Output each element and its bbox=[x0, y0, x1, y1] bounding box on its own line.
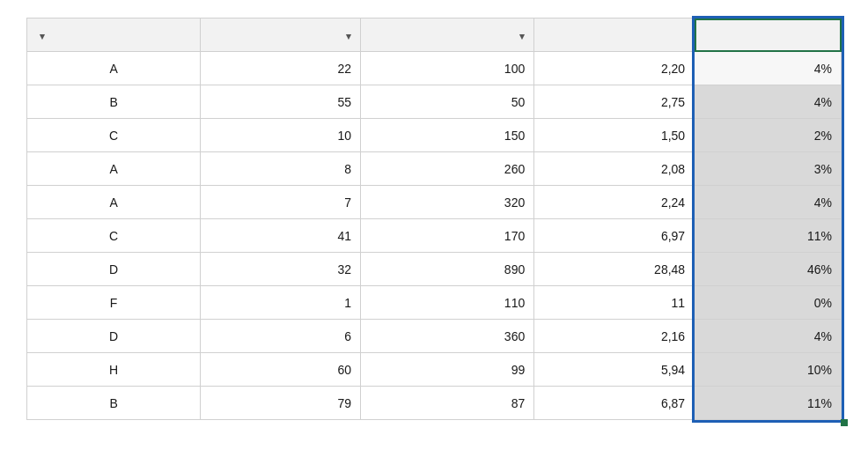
cell-unitprice[interactable]: 99 bbox=[361, 353, 534, 387]
cell-pctsales[interactable]: 4% bbox=[695, 85, 842, 119]
cell-unitprice[interactable]: 150 bbox=[361, 119, 534, 152]
cell-quantity[interactable]: 60 bbox=[201, 353, 361, 387]
table-row: B79876,8711% bbox=[27, 387, 842, 420]
cell-unitprice[interactable]: 110 bbox=[361, 286, 534, 320]
cell-sales[interactable]: 2,75 bbox=[534, 85, 695, 119]
cell-unitprice[interactable]: 320 bbox=[361, 186, 534, 219]
cell-sales[interactable]: 2,16 bbox=[534, 320, 695, 353]
cell-unitprice[interactable]: 100 bbox=[361, 52, 534, 85]
cell-pctsales[interactable]: 4% bbox=[695, 186, 842, 219]
col-header-quantity[interactable]: ▾ bbox=[201, 18, 361, 52]
filter-arrow-unitprice[interactable]: ▾ bbox=[519, 31, 525, 42]
col-header-sales bbox=[534, 18, 695, 52]
table-row: A82602,083% bbox=[27, 152, 842, 186]
cell-pctsales[interactable]: 4% bbox=[695, 52, 842, 85]
col-header-pctsales[interactable] bbox=[695, 18, 842, 52]
cell-unitprice[interactable]: 50 bbox=[361, 85, 534, 119]
cell-quantity[interactable]: 8 bbox=[201, 152, 361, 186]
table-row: C411706,9711% bbox=[27, 219, 842, 253]
table-row: A73202,244% bbox=[27, 186, 842, 219]
cell-sales[interactable]: 2,24 bbox=[534, 186, 695, 219]
cell-pctsales[interactable]: 46% bbox=[695, 253, 842, 286]
cell-products[interactable]: A bbox=[27, 152, 201, 186]
cell-products[interactable]: A bbox=[27, 52, 201, 85]
spreadsheet: ▾ ▾ ▾ bbox=[0, 0, 868, 472]
col-header-unitprice[interactable]: ▾ bbox=[361, 18, 534, 52]
cell-products[interactable]: D bbox=[27, 253, 201, 286]
table-row: C101501,502% bbox=[27, 119, 842, 152]
table-row: D63602,164% bbox=[27, 320, 842, 353]
cell-unitprice[interactable]: 890 bbox=[361, 253, 534, 286]
table-row: F1110110% bbox=[27, 286, 842, 320]
cell-sales[interactable]: 2,20 bbox=[534, 52, 695, 85]
cell-unitprice[interactable]: 360 bbox=[361, 320, 534, 353]
cell-pctsales[interactable]: 10% bbox=[695, 353, 842, 387]
cell-products[interactable]: D bbox=[27, 320, 201, 353]
cell-products[interactable]: B bbox=[27, 387, 201, 420]
cell-products[interactable]: C bbox=[27, 219, 201, 253]
table-row: A221002,204% bbox=[27, 52, 842, 85]
cell-quantity[interactable]: 79 bbox=[201, 387, 361, 420]
cell-sales[interactable]: 28,48 bbox=[534, 253, 695, 286]
cell-sales[interactable]: 1,50 bbox=[534, 119, 695, 152]
cell-products[interactable]: C bbox=[27, 119, 201, 152]
cell-unitprice[interactable]: 260 bbox=[361, 152, 534, 186]
cell-quantity[interactable]: 10 bbox=[201, 119, 361, 152]
cell-pctsales[interactable]: 11% bbox=[695, 387, 842, 420]
cell-sales[interactable]: 2,08 bbox=[534, 152, 695, 186]
cell-pctsales[interactable]: 2% bbox=[695, 119, 842, 152]
data-table: ▾ ▾ ▾ bbox=[26, 18, 842, 420]
cell-pctsales[interactable]: 0% bbox=[695, 286, 842, 320]
cell-quantity[interactable]: 7 bbox=[201, 186, 361, 219]
cell-pctsales[interactable]: 4% bbox=[695, 320, 842, 353]
table-row: B55502,754% bbox=[27, 85, 842, 119]
cell-products[interactable]: F bbox=[27, 286, 201, 320]
table-row: D3289028,4846% bbox=[27, 253, 842, 286]
cell-sales[interactable]: 6,97 bbox=[534, 219, 695, 253]
table-row: H60995,9410% bbox=[27, 353, 842, 387]
cell-pctsales[interactable]: 11% bbox=[695, 219, 842, 253]
col-header-products[interactable]: ▾ bbox=[27, 18, 201, 52]
cell-quantity[interactable]: 41 bbox=[201, 219, 361, 253]
cell-quantity[interactable]: 22 bbox=[201, 52, 361, 85]
cell-products[interactable]: A bbox=[27, 186, 201, 219]
cell-unitprice[interactable]: 87 bbox=[361, 387, 534, 420]
cell-pctsales[interactable]: 3% bbox=[695, 152, 842, 186]
cell-quantity[interactable]: 55 bbox=[201, 85, 361, 119]
cell-sales[interactable]: 5,94 bbox=[534, 353, 695, 387]
cell-products[interactable]: H bbox=[27, 353, 201, 387]
cell-sales[interactable]: 11 bbox=[534, 286, 695, 320]
cell-unitprice[interactable]: 170 bbox=[361, 219, 534, 253]
cell-quantity[interactable]: 32 bbox=[201, 253, 361, 286]
cell-quantity[interactable]: 6 bbox=[201, 320, 361, 353]
cell-products[interactable]: B bbox=[27, 85, 201, 119]
filter-arrow-quantity[interactable]: ▾ bbox=[346, 31, 351, 42]
cell-quantity[interactable]: 1 bbox=[201, 286, 361, 320]
cell-sales[interactable]: 6,87 bbox=[534, 387, 695, 420]
filter-arrow-products[interactable]: ▾ bbox=[40, 31, 45, 42]
